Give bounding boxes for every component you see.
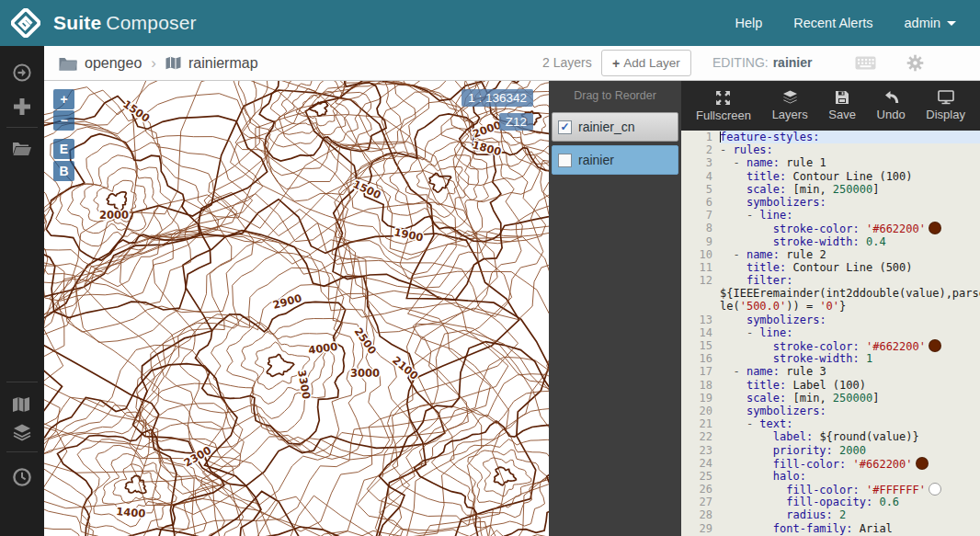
editing-layer-name: rainier bbox=[773, 55, 813, 70]
save-button[interactable]: Save bbox=[828, 90, 856, 121]
code-token bbox=[720, 470, 773, 483]
code-token: title: bbox=[746, 170, 786, 183]
line-number: 3 bbox=[681, 156, 720, 169]
layer-item-rainier[interactable]: rainier bbox=[552, 145, 678, 175]
code-line: 4 title: Contour Line (100) bbox=[681, 170, 980, 183]
sidebar-item-map[interactable] bbox=[0, 396, 44, 416]
zoom-in-button[interactable]: + bbox=[53, 89, 74, 109]
code-token: - bbox=[733, 248, 746, 261]
header-nav: HelpRecent Alertsadmin bbox=[735, 16, 956, 30]
line-number: 27 bbox=[681, 496, 720, 508]
line-number bbox=[681, 300, 720, 313]
code-token bbox=[720, 326, 746, 339]
color-swatch[interactable] bbox=[929, 483, 941, 496]
caret-down-icon bbox=[947, 21, 956, 26]
breadcrumb-workspace[interactable]: opengeo bbox=[85, 55, 142, 72]
undo-button[interactable]: Undo bbox=[877, 90, 906, 121]
code-token: stroke-color: bbox=[773, 340, 860, 352]
code-content: scale: [min, 250000] bbox=[720, 183, 980, 196]
contour-elevation-label: 2900 bbox=[271, 291, 303, 312]
code-token: stroke-width: bbox=[773, 235, 860, 248]
sidebar-item-folder-open[interactable] bbox=[0, 141, 44, 160]
folder-icon bbox=[59, 56, 77, 71]
keyboard-shortcuts-icon[interactable] bbox=[855, 56, 876, 74]
code-token: '#662200' bbox=[866, 222, 926, 234]
layer-checkbox[interactable]: ✓ bbox=[558, 120, 572, 134]
code-content: stroke-color: '#662200' bbox=[720, 339, 980, 352]
contour-elevation-label: 3000 bbox=[350, 367, 380, 380]
line-number: 22 bbox=[681, 430, 720, 443]
code-content: - name: rule 1 bbox=[720, 156, 980, 169]
code-token bbox=[720, 430, 773, 443]
nav-recent-alerts[interactable]: Recent Alerts bbox=[793, 16, 872, 30]
code-line: ${IEEEremainder(int2ddouble(value),parse… bbox=[681, 287, 980, 300]
map-toolbar: opengeo › rainiermap 2 Layers + Add Laye… bbox=[44, 46, 980, 81]
color-swatch[interactable] bbox=[916, 457, 929, 470]
display-button[interactable]: Display bbox=[926, 90, 965, 121]
code-token bbox=[720, 274, 746, 287]
app-title-light: Composer bbox=[106, 12, 196, 33]
map-canvas[interactable]: 1500150018001900200020002100230029004000… bbox=[44, 81, 549, 536]
code-content: feature-styles: bbox=[720, 131, 980, 143]
code-line: 23 priority: 2000 bbox=[681, 444, 980, 457]
code-token bbox=[860, 235, 866, 248]
code-line: 25 halo: bbox=[681, 470, 980, 483]
code-token bbox=[720, 444, 773, 457]
sidebar-item-arrow-circle-right[interactable] bbox=[0, 63, 44, 86]
line-number: 4 bbox=[681, 170, 720, 183]
layers-button[interactable]: Layers bbox=[772, 90, 808, 121]
color-swatch[interactable] bbox=[929, 222, 941, 234]
settings-gear-icon[interactable] bbox=[906, 54, 924, 75]
code-token: - bbox=[733, 156, 746, 169]
sidebar-item-plus[interactable] bbox=[0, 97, 44, 120]
layer-item-rainier_cn[interactable]: ✓rainier_cn bbox=[552, 112, 678, 142]
code-content: le('500.0')) = '0'} bbox=[720, 300, 980, 313]
nav-help[interactable]: Help bbox=[735, 16, 762, 30]
code-token: Contour Line (500) bbox=[786, 261, 912, 274]
fullscreen-icon bbox=[715, 90, 731, 106]
code-token: 0.4 bbox=[866, 235, 886, 248]
line-number: 7 bbox=[681, 209, 720, 222]
code-token: radius: bbox=[786, 508, 833, 521]
contour-elevation-label: 2000 bbox=[99, 209, 129, 222]
code-token: name: bbox=[746, 248, 780, 261]
map-icon bbox=[12, 396, 32, 416]
line-number: 2 bbox=[681, 143, 720, 156]
code-content: symbolizers: bbox=[720, 405, 980, 417]
code-token: symbolizers: bbox=[746, 314, 826, 326]
code-line: le('500.0')) = '0'} bbox=[681, 300, 980, 313]
code-content: - name: rule 3 bbox=[720, 365, 980, 378]
sidebar-item-layers[interactable] bbox=[0, 423, 44, 445]
edit-tool-button[interactable]: E bbox=[53, 139, 74, 159]
code-token: fill-opacity: bbox=[786, 496, 872, 508]
line-number: 24 bbox=[681, 457, 720, 470]
line-number: 26 bbox=[681, 483, 720, 496]
color-swatch[interactable] bbox=[929, 339, 941, 352]
code-token: name: bbox=[746, 156, 780, 169]
code-token bbox=[720, 458, 773, 470]
code-token bbox=[720, 508, 786, 521]
basemap-button[interactable]: B bbox=[53, 161, 74, 181]
code-token: scale: bbox=[746, 392, 786, 405]
breadcrumb-map-name[interactable]: rainiermap bbox=[188, 55, 258, 72]
yaml-style-editor[interactable]: 1feature-styles:2- rules:3 - name: rule … bbox=[681, 131, 980, 536]
code-token: [min, bbox=[786, 183, 833, 196]
code-line: 26 fill-color: '#FFFFFF' bbox=[681, 483, 980, 496]
code-line: 11 title: Contour Line (500) bbox=[681, 261, 980, 274]
fullscreen-button[interactable]: Fullscreen bbox=[696, 90, 751, 122]
add-layer-button[interactable]: + Add Layer bbox=[601, 50, 691, 76]
code-token: rule 3 bbox=[780, 365, 826, 378]
code-token: '#FFFFFF' bbox=[866, 484, 926, 496]
app-title: SuiteComposer bbox=[53, 12, 197, 34]
zoom-out-button[interactable]: − bbox=[53, 110, 74, 131]
code-token bbox=[833, 444, 839, 457]
code-content: stroke-color: '#662200' bbox=[720, 222, 980, 234]
nav-user-menu[interactable]: admin bbox=[905, 16, 957, 30]
nav-recent-alerts-label: Recent Alerts bbox=[793, 16, 872, 30]
sidebar-item-clock[interactable] bbox=[0, 467, 44, 491]
code-content: fill-color: '#FFFFFF' bbox=[720, 483, 980, 496]
line-number: 5 bbox=[681, 183, 720, 196]
code-line: 1feature-styles: bbox=[681, 131, 980, 143]
layer-checkbox[interactable] bbox=[558, 154, 572, 167]
line-number bbox=[681, 287, 720, 300]
